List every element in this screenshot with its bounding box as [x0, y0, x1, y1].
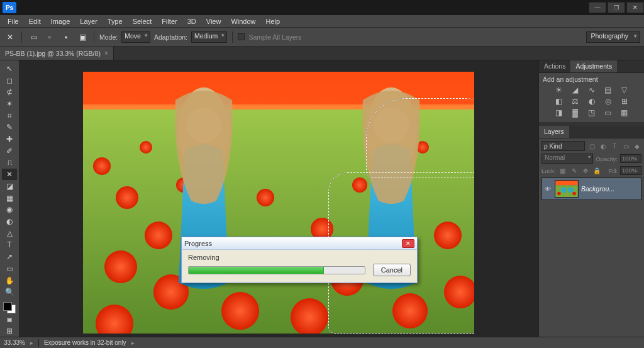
channel-mixer-icon[interactable]: ⊞: [619, 97, 630, 106]
quick-mask-icon[interactable]: ◙: [2, 314, 17, 325]
menu-file[interactable]: File: [3, 16, 24, 26]
photo-filter-icon[interactable]: ◎: [602, 97, 614, 106]
selective-color-icon[interactable]: ▦: [619, 108, 630, 117]
adaptation-label: Adaptation:: [154, 33, 187, 41]
adjustments-panel: Add an adjustment ☀ ◢ ∿ ▤ ▽ ◧ ⚖ ◐ ◎ ⊞ ◨ …: [539, 73, 644, 122]
color-balance-icon[interactable]: ⚖: [570, 97, 581, 106]
selection-marquee: [366, 98, 474, 177]
clone-stamp-tool-icon[interactable]: ⎍: [2, 157, 17, 169]
exposure-icon[interactable]: ▤: [602, 86, 614, 94]
eraser-tool-icon[interactable]: ◪: [2, 181, 17, 192]
selection-intersect-icon[interactable]: ▣: [76, 31, 89, 43]
status-menu-icon[interactable]: ▸: [131, 340, 135, 346]
svg-point-5: [145, 222, 172, 249]
menu-type[interactable]: Type: [103, 16, 128, 26]
minimize-button[interactable]: —: [589, 2, 606, 13]
document-tab-label: PS-BB (1).jpg @ 33.3% (RGB/8): [5, 50, 101, 57]
zoom-level[interactable]: 33.33%: [4, 339, 25, 346]
vibrance-icon[interactable]: ▽: [619, 86, 630, 94]
filter-type-icon[interactable]: T: [610, 142, 619, 150]
fill-value[interactable]: 100%: [620, 166, 641, 175]
rectangle-tool-icon[interactable]: ▭: [2, 263, 17, 274]
menu-view[interactable]: View: [201, 16, 226, 26]
color-swatches[interactable]: [3, 302, 16, 313]
screen-mode-icon[interactable]: ⊞: [2, 325, 17, 337]
selection-subtract-icon[interactable]: ▪: [60, 31, 72, 43]
bw-icon[interactable]: ◐: [586, 97, 597, 106]
marquee-tool-icon[interactable]: ◻: [2, 75, 17, 86]
layers-panel: ρ Kind ▢ ◐ T ▭ ◆ Normal Opacity: 100% Lo…: [539, 138, 644, 203]
healing-brush-tool-icon[interactable]: ✚: [2, 133, 17, 145]
workspace-switcher[interactable]: Photography: [586, 31, 640, 43]
posterize-icon[interactable]: ▓: [570, 108, 581, 117]
opacity-label: Opacity:: [596, 155, 618, 162]
menu-image[interactable]: Image: [46, 16, 75, 26]
document-canvas[interactable]: [83, 72, 474, 334]
path-selection-tool-icon[interactable]: ↗: [2, 251, 17, 262]
lock-all-icon[interactable]: 🔒: [592, 166, 601, 175]
brightness-contrast-icon[interactable]: ☀: [553, 86, 565, 94]
selection-new-icon[interactable]: ▭: [27, 31, 40, 43]
sample-all-layers-checkbox[interactable]: [238, 33, 245, 40]
menu-layer[interactable]: Layer: [75, 16, 103, 26]
filter-pixel-icon[interactable]: ▢: [587, 142, 596, 150]
window-controls: — ❐ ✕: [587, 2, 644, 13]
dialog-titlebar[interactable]: Progress ✕: [182, 237, 417, 250]
close-tab-icon[interactable]: ×: [104, 50, 108, 57]
zoom-tool-icon[interactable]: 🔍: [2, 286, 17, 298]
zoom-stepper-icon[interactable]: ▸: [30, 340, 33, 346]
menu-help[interactable]: Help: [261, 16, 286, 26]
adaptation-select[interactable]: Medium: [191, 31, 227, 43]
lock-image-icon[interactable]: ✎: [570, 166, 579, 175]
curves-icon[interactable]: ∿: [586, 86, 597, 94]
layer-visibility-icon[interactable]: 👁: [543, 184, 552, 193]
foreground-color-swatch[interactable]: [3, 302, 12, 311]
blur-tool-icon[interactable]: ◉: [2, 204, 17, 215]
tab-layers[interactable]: Layers: [539, 126, 569, 138]
adjustments-hint: Add an adjustment: [543, 76, 640, 83]
svg-point-3: [93, 157, 111, 175]
content-aware-move-icon[interactable]: ✕: [4, 31, 16, 43]
layer-row-background[interactable]: 👁 Backgrou...: [541, 177, 641, 200]
restore-button[interactable]: ❐: [608, 2, 625, 13]
brush-tool-icon[interactable]: ✐: [2, 145, 17, 157]
tab-adjustments[interactable]: Adjustments: [570, 60, 617, 72]
menu-filter[interactable]: Filter: [157, 16, 182, 26]
close-button[interactable]: ✕: [626, 2, 644, 13]
content-aware-move-tool-icon[interactable]: ✕: [2, 169, 17, 180]
document-tab[interactable]: PS-BB (1).jpg @ 33.3% (RGB/8) ×: [0, 47, 114, 60]
filter-smart-icon[interactable]: ◆: [633, 142, 641, 150]
magic-wand-tool-icon[interactable]: ✶: [2, 98, 17, 109]
gradient-tool-icon[interactable]: ▦: [2, 193, 17, 204]
filter-shape-icon[interactable]: ▭: [621, 142, 630, 150]
tab-actions[interactable]: Actions: [539, 60, 570, 72]
layer-filter-kind[interactable]: ρ Kind: [541, 141, 585, 151]
menu-3d[interactable]: 3D: [182, 16, 201, 26]
invert-icon[interactable]: ◨: [553, 108, 565, 117]
hue-sat-icon[interactable]: ◧: [553, 97, 565, 106]
mode-select[interactable]: Move: [121, 31, 150, 43]
opacity-value[interactable]: 100%: [620, 154, 641, 163]
pen-tool-icon[interactable]: △: [2, 228, 17, 239]
hand-tool-icon[interactable]: ✋: [2, 275, 17, 286]
dialog-close-icon[interactable]: ✕: [402, 239, 414, 248]
move-tool-icon[interactable]: ↖: [2, 63, 17, 74]
blend-mode-select[interactable]: Normal: [541, 154, 593, 164]
lock-transparency-icon[interactable]: ▦: [558, 166, 567, 175]
cancel-button[interactable]: Cancel: [373, 264, 411, 276]
lasso-tool-icon[interactable]: ⊄: [2, 86, 17, 98]
eyedropper-tool-icon[interactable]: ✎: [2, 122, 17, 133]
menu-window[interactable]: Window: [226, 16, 260, 26]
menu-select[interactable]: Select: [128, 16, 157, 26]
crop-tool-icon[interactable]: ⌗: [2, 110, 17, 121]
layer-name[interactable]: Backgrou...: [581, 185, 614, 193]
type-tool-icon[interactable]: T: [2, 240, 17, 251]
dodge-tool-icon[interactable]: ◐: [2, 216, 17, 227]
selection-add-icon[interactable]: ▫: [43, 31, 56, 43]
lock-position-icon[interactable]: ✥: [581, 166, 590, 175]
threshold-icon[interactable]: ◳: [586, 108, 597, 117]
levels-icon[interactable]: ◢: [570, 86, 581, 94]
menu-edit[interactable]: Edit: [24, 16, 46, 26]
filter-adjust-icon[interactable]: ◐: [599, 142, 608, 150]
gradient-map-icon[interactable]: ▭: [602, 108, 614, 117]
